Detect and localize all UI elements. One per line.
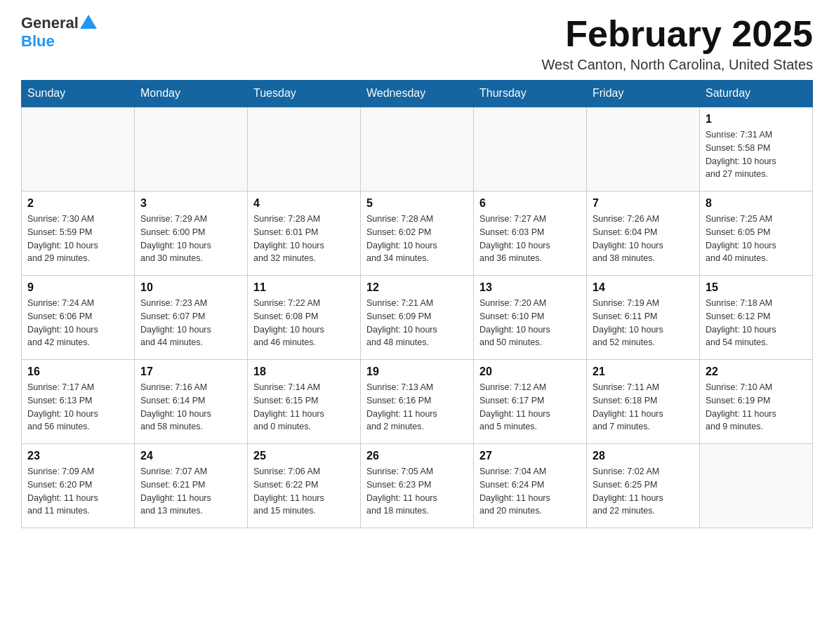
cell-week5-day4: 27Sunrise: 7:04 AM Sunset: 6:24 PM Dayli… (474, 444, 587, 528)
cell-week2-day5: 7Sunrise: 7:26 AM Sunset: 6:04 PM Daylig… (587, 192, 700, 276)
day-number: 15 (706, 281, 807, 294)
day-info: Sunrise: 7:22 AM Sunset: 6:08 PM Dayligh… (253, 297, 355, 349)
day-number: 1 (706, 113, 807, 126)
day-header-row: SundayMondayTuesdayWednesdayThursdayFrid… (22, 80, 813, 107)
cell-week5-day1: 24Sunrise: 7:07 AM Sunset: 6:21 PM Dayli… (135, 444, 248, 528)
day-number: 10 (140, 281, 241, 294)
day-info: Sunrise: 7:21 AM Sunset: 6:09 PM Dayligh… (366, 297, 468, 349)
day-number: 13 (479, 281, 581, 294)
day-info: Sunrise: 7:10 AM Sunset: 6:19 PM Dayligh… (706, 381, 807, 434)
cell-week5-day6 (700, 444, 813, 528)
calendar-body: 1Sunrise: 7:31 AM Sunset: 5:58 PM Daylig… (22, 107, 813, 528)
cell-week4-day4: 20Sunrise: 7:12 AM Sunset: 6:17 PM Dayli… (474, 360, 587, 444)
calendar: SundayMondayTuesdayWednesdayThursdayFrid… (21, 80, 813, 528)
cell-week3-day6: 15Sunrise: 7:18 AM Sunset: 6:12 PM Dayli… (700, 276, 813, 360)
day-info: Sunrise: 7:16 AM Sunset: 6:14 PM Dayligh… (140, 381, 241, 434)
day-number: 17 (140, 365, 241, 378)
calendar-header: SundayMondayTuesdayWednesdayThursdayFrid… (22, 80, 813, 107)
week-row-2: 2Sunrise: 7:30 AM Sunset: 5:59 PM Daylig… (22, 192, 813, 276)
header-sunday: Sunday (22, 80, 135, 107)
day-number: 24 (140, 450, 241, 462)
title-area: February 2025 West Canton, North Carolin… (542, 14, 813, 73)
day-info: Sunrise: 7:07 AM Sunset: 6:21 PM Dayligh… (140, 465, 241, 518)
cell-week2-day0: 2Sunrise: 7:30 AM Sunset: 5:59 PM Daylig… (22, 192, 135, 276)
cell-week1-day5 (587, 107, 700, 192)
day-number: 6 (479, 197, 581, 210)
day-info: Sunrise: 7:31 AM Sunset: 5:58 PM Dayligh… (706, 128, 807, 181)
day-number: 27 (479, 450, 581, 462)
day-number: 20 (479, 365, 581, 378)
day-info: Sunrise: 7:29 AM Sunset: 6:00 PM Dayligh… (140, 213, 241, 265)
day-info: Sunrise: 7:09 AM Sunset: 6:20 PM Dayligh… (27, 465, 128, 518)
day-info: Sunrise: 7:06 AM Sunset: 6:22 PM Dayligh… (253, 465, 355, 518)
logo: General (21, 14, 98, 32)
day-number: 18 (253, 365, 355, 378)
day-number: 22 (706, 365, 807, 378)
cell-week5-day3: 26Sunrise: 7:05 AM Sunset: 6:23 PM Dayli… (361, 444, 474, 528)
header-tuesday: Tuesday (248, 80, 361, 107)
day-info: Sunrise: 7:12 AM Sunset: 6:17 PM Dayligh… (479, 381, 581, 434)
day-info: Sunrise: 7:02 AM Sunset: 6:25 PM Dayligh… (593, 465, 694, 518)
cell-week4-day0: 16Sunrise: 7:17 AM Sunset: 6:13 PM Dayli… (22, 360, 135, 444)
cell-week4-day2: 18Sunrise: 7:14 AM Sunset: 6:15 PM Dayli… (248, 360, 361, 444)
logo-blue-text: Blue (21, 32, 55, 51)
day-info: Sunrise: 7:26 AM Sunset: 6:04 PM Dayligh… (593, 213, 694, 265)
day-number: 28 (593, 450, 694, 462)
cell-week3-day4: 13Sunrise: 7:20 AM Sunset: 6:10 PM Dayli… (474, 276, 587, 360)
day-number: 11 (253, 281, 355, 294)
day-info: Sunrise: 7:30 AM Sunset: 5:59 PM Dayligh… (27, 213, 128, 265)
day-number: 8 (706, 197, 807, 210)
day-info: Sunrise: 7:13 AM Sunset: 6:16 PM Dayligh… (366, 381, 468, 434)
day-number: 16 (27, 365, 128, 378)
day-info: Sunrise: 7:14 AM Sunset: 6:15 PM Dayligh… (253, 381, 355, 434)
day-number: 4 (253, 197, 355, 210)
day-info: Sunrise: 7:20 AM Sunset: 6:10 PM Dayligh… (479, 297, 581, 349)
cell-week5-day0: 23Sunrise: 7:09 AM Sunset: 6:20 PM Dayli… (22, 444, 135, 528)
day-number: 9 (27, 281, 128, 294)
week-row-5: 23Sunrise: 7:09 AM Sunset: 6:20 PM Dayli… (22, 444, 813, 528)
cell-week1-day6: 1Sunrise: 7:31 AM Sunset: 5:58 PM Daylig… (700, 107, 813, 192)
week-row-3: 9Sunrise: 7:24 AM Sunset: 6:06 PM Daylig… (22, 276, 813, 360)
cell-week2-day1: 3Sunrise: 7:29 AM Sunset: 6:00 PM Daylig… (135, 192, 248, 276)
day-info: Sunrise: 7:19 AM Sunset: 6:11 PM Dayligh… (593, 297, 694, 349)
header-friday: Friday (587, 80, 700, 107)
day-info: Sunrise: 7:18 AM Sunset: 6:12 PM Dayligh… (706, 297, 807, 349)
cell-week3-day3: 12Sunrise: 7:21 AM Sunset: 6:09 PM Dayli… (361, 276, 474, 360)
day-info: Sunrise: 7:23 AM Sunset: 6:07 PM Dayligh… (140, 297, 241, 349)
cell-week5-day2: 25Sunrise: 7:06 AM Sunset: 6:22 PM Dayli… (248, 444, 361, 528)
day-number: 5 (366, 197, 468, 210)
day-number: 14 (593, 281, 694, 294)
cell-week4-day1: 17Sunrise: 7:16 AM Sunset: 6:14 PM Dayli… (135, 360, 248, 444)
day-number: 7 (593, 197, 694, 210)
header-thursday: Thursday (474, 80, 587, 107)
day-number: 26 (366, 450, 468, 462)
cell-week4-day3: 19Sunrise: 7:13 AM Sunset: 6:16 PM Dayli… (361, 360, 474, 444)
header-monday: Monday (135, 80, 248, 107)
header: General Blue February 2025 West Canton, … (21, 14, 813, 73)
week-row-4: 16Sunrise: 7:17 AM Sunset: 6:13 PM Dayli… (22, 360, 813, 444)
cell-week3-day1: 10Sunrise: 7:23 AM Sunset: 6:07 PM Dayli… (135, 276, 248, 360)
header-saturday: Saturday (700, 80, 813, 107)
cell-week4-day5: 21Sunrise: 7:11 AM Sunset: 6:18 PM Dayli… (587, 360, 700, 444)
day-number: 3 (140, 197, 241, 210)
day-info: Sunrise: 7:28 AM Sunset: 6:01 PM Dayligh… (253, 213, 355, 265)
day-info: Sunrise: 7:27 AM Sunset: 6:03 PM Dayligh… (479, 213, 581, 265)
cell-week1-day3 (361, 107, 474, 192)
cell-week1-day0 (22, 107, 135, 192)
header-wednesday: Wednesday (361, 80, 474, 107)
day-number: 21 (593, 365, 694, 378)
location-title: West Canton, North Carolina, United Stat… (542, 57, 813, 73)
day-info: Sunrise: 7:24 AM Sunset: 6:06 PM Dayligh… (27, 297, 128, 349)
day-info: Sunrise: 7:11 AM Sunset: 6:18 PM Dayligh… (593, 381, 694, 434)
cell-week4-day6: 22Sunrise: 7:10 AM Sunset: 6:19 PM Dayli… (700, 360, 813, 444)
cell-week3-day2: 11Sunrise: 7:22 AM Sunset: 6:08 PM Dayli… (248, 276, 361, 360)
cell-week2-day3: 5Sunrise: 7:28 AM Sunset: 6:02 PM Daylig… (361, 192, 474, 276)
cell-week3-day0: 9Sunrise: 7:24 AM Sunset: 6:06 PM Daylig… (22, 276, 135, 360)
day-info: Sunrise: 7:28 AM Sunset: 6:02 PM Dayligh… (366, 213, 468, 265)
logo-area: General Blue (21, 14, 98, 51)
logo-triangle-icon (80, 15, 97, 29)
month-title: February 2025 (542, 14, 813, 54)
cell-week5-day5: 28Sunrise: 7:02 AM Sunset: 6:25 PM Dayli… (587, 444, 700, 528)
cell-week1-day1 (135, 107, 248, 192)
cell-week1-day4 (474, 107, 587, 192)
